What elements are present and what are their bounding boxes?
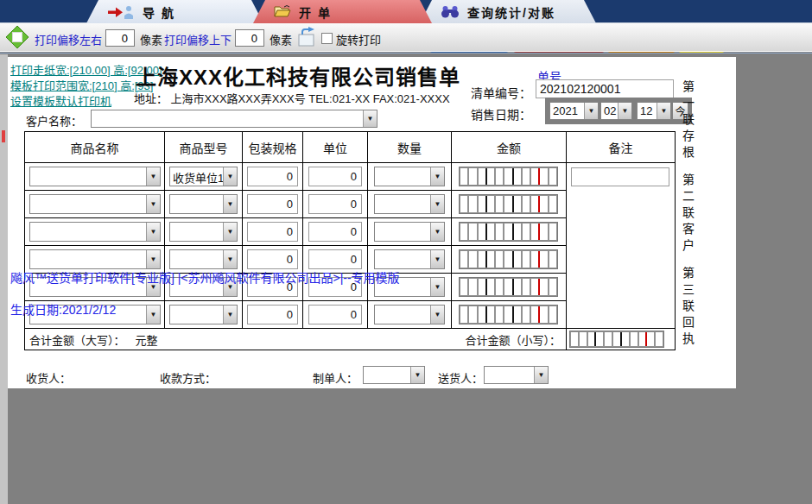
- day-select[interactable]: 12▼: [637, 102, 671, 120]
- package-spec-input[interactable]: [247, 249, 298, 269]
- col-header-amount: 金额: [452, 132, 567, 162]
- package-spec-input[interactable]: [247, 194, 298, 214]
- amount-grid[interactable]: [459, 277, 558, 297]
- left-splitter[interactable]: [0, 54, 8, 504]
- unit-input[interactable]: [308, 249, 362, 269]
- tab-create-order[interactable]: 开 单: [253, 0, 432, 23]
- chevron-down-icon[interactable]: ▼: [146, 195, 160, 213]
- chevron-down-icon[interactable]: ▼: [618, 103, 631, 119]
- amount-grid[interactable]: [459, 305, 558, 324]
- chevron-down-icon[interactable]: ▼: [657, 103, 670, 119]
- binoculars-icon: [441, 5, 460, 18]
- quantity-select[interactable]: ▼: [374, 194, 445, 214]
- package-spec-input[interactable]: [247, 305, 298, 324]
- tab-label: 导 航: [143, 3, 175, 21]
- chevron-down-icon[interactable]: ▼: [146, 250, 160, 268]
- table-header: 商品名称 商品型号 包装规格 单位 数量 金额 备注: [25, 132, 675, 163]
- chevron-down-icon[interactable]: ▼: [146, 306, 160, 324]
- rotate-print-checkbox[interactable]: [321, 33, 333, 44]
- product-name-select[interactable]: ▼: [29, 194, 161, 214]
- total-amount-grid[interactable]: [569, 331, 664, 348]
- template-range-link[interactable]: 模板打印范围宽:[210] 高:[93]: [10, 77, 153, 93]
- tab-query-statistics[interactable]: 查询统计/对账: [420, 0, 596, 23]
- chevron-down-icon[interactable]: ▼: [146, 223, 160, 241]
- customer-label: 客户名称：: [26, 112, 82, 129]
- unit-input[interactable]: [308, 167, 362, 186]
- col-header-remark: 备注: [567, 132, 675, 162]
- package-spec-input[interactable]: [247, 167, 298, 186]
- generated-date-watermark: 生成日期:2021/2/12: [10, 300, 116, 318]
- month-select[interactable]: 02▼: [600, 102, 632, 120]
- print-offset-move-icon: [5, 25, 29, 49]
- product-model-select[interactable]: ▼: [169, 305, 238, 324]
- chevron-down-icon[interactable]: ▼: [430, 223, 444, 241]
- chevron-down-icon[interactable]: ▼: [363, 110, 377, 127]
- product-name-select[interactable]: ▼: [29, 167, 161, 186]
- table-row: ▼ ▼ ▼: [25, 218, 567, 246]
- product-model-select[interactable]: 收货单位1▼: [169, 167, 238, 186]
- unit-input[interactable]: [308, 194, 362, 214]
- chevron-down-icon[interactable]: ▼: [223, 223, 237, 241]
- unit-input[interactable]: [308, 222, 362, 242]
- package-spec-input[interactable]: [247, 222, 298, 242]
- copy-label-2: 第二联客户: [679, 173, 696, 255]
- amount-grid[interactable]: [459, 222, 558, 242]
- amount-grid[interactable]: [459, 249, 558, 269]
- tab-label: 开 单: [299, 3, 332, 21]
- chevron-down-icon[interactable]: ▼: [430, 306, 444, 324]
- amount-grid[interactable]: [459, 167, 558, 186]
- table-row: ▼ 收货单位1▼ ▼: [25, 163, 567, 191]
- copy-label-3: 第三联回执: [679, 267, 696, 349]
- offset-ud-label: 打印偏移上下: [164, 31, 232, 47]
- quantity-select[interactable]: ▼: [374, 305, 445, 324]
- chevron-down-icon[interactable]: ▼: [430, 278, 444, 296]
- chevron-down-icon[interactable]: ▼: [223, 167, 237, 186]
- px-label: 像素: [270, 31, 292, 47]
- chevron-down-icon[interactable]: ▼: [430, 195, 444, 213]
- quantity-select[interactable]: ▼: [374, 222, 445, 242]
- chevron-down-icon[interactable]: ▼: [534, 367, 548, 383]
- quantity-select[interactable]: ▼: [374, 167, 445, 186]
- default-printer-link[interactable]: 设置模板默认打印机: [10, 92, 111, 109]
- tab-label: 查询统计/对账: [467, 3, 555, 21]
- chevron-down-icon[interactable]: ▼: [223, 306, 237, 324]
- copy-label-1: 第一联存根: [679, 80, 696, 162]
- col-header-package-spec: 包装规格: [243, 132, 303, 162]
- product-name-select[interactable]: ▼: [29, 222, 161, 242]
- rotate-print-label: 旋转打印: [336, 31, 381, 47]
- product-model-select[interactable]: ▼: [169, 194, 238, 214]
- col-header-quantity: 数量: [368, 132, 452, 162]
- receiver-label: 收货人：: [26, 369, 71, 386]
- chevron-down-icon[interactable]: ▼: [430, 250, 444, 268]
- chevron-down-icon[interactable]: ▼: [223, 250, 237, 268]
- company-title: 上海XXX化工科技有限公司销售单: [136, 60, 460, 91]
- tab-navigation[interactable]: 导 航: [86, 0, 263, 23]
- total-lower-label: 合计金额（小写）：: [465, 331, 566, 348]
- list-no-input[interactable]: [536, 79, 674, 98]
- year-select[interactable]: 2021▼: [549, 102, 599, 120]
- chevron-down-icon[interactable]: ▼: [146, 167, 160, 186]
- product-model-select[interactable]: ▼: [169, 249, 238, 269]
- customer-select[interactable]: ▼: [91, 110, 377, 128]
- unit-input[interactable]: [308, 305, 362, 324]
- toolbar: 打印偏移左右 像素 打印偏移上下 像素 旋转打印 批量设置字体 调整打印偏移说明…: [0, 23, 812, 52]
- quantity-select[interactable]: ▼: [374, 249, 445, 269]
- offset-lr-input[interactable]: [105, 29, 135, 47]
- deliverer-select[interactable]: ▼: [484, 366, 549, 384]
- order-maker-select[interactable]: ▼: [363, 366, 425, 384]
- offset-lr-label: 打印偏移左右: [35, 31, 102, 47]
- remark-column: [567, 163, 675, 328]
- remark-input[interactable]: [571, 167, 669, 186]
- sale-date-label: 销售日期：: [471, 105, 531, 123]
- amount-grid[interactable]: [459, 194, 558, 214]
- splitter-mark: [2, 130, 5, 142]
- product-name-select[interactable]: ▼: [29, 249, 161, 269]
- chevron-down-icon[interactable]: ▼: [584, 103, 598, 119]
- chevron-down-icon[interactable]: ▼: [430, 167, 444, 186]
- chevron-down-icon[interactable]: ▼: [410, 367, 424, 383]
- offset-ud-input[interactable]: [235, 29, 264, 47]
- chevron-down-icon[interactable]: ▼: [223, 195, 237, 213]
- open-folder-icon: [274, 5, 291, 18]
- product-model-select[interactable]: ▼: [169, 222, 238, 242]
- col-header-unit: 单位: [303, 132, 368, 162]
